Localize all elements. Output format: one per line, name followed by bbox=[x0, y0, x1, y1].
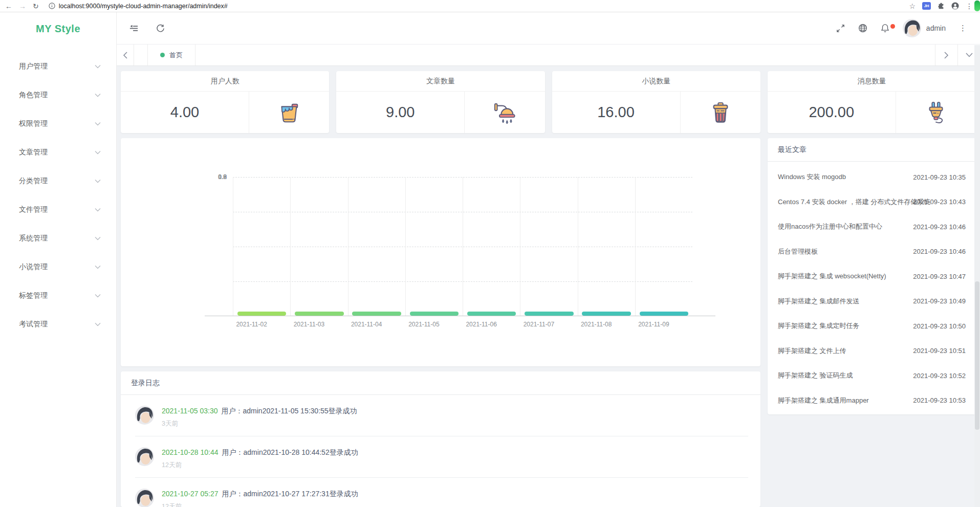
sidebar-item[interactable]: 权限管理 bbox=[0, 109, 116, 138]
tab-home[interactable]: 首页 bbox=[147, 45, 195, 65]
sidebar-item[interactable]: 文章管理 bbox=[0, 138, 116, 167]
log-message: 用户：admin2021-11-05 15:30:55登录成功 bbox=[222, 407, 357, 415]
extensions-puzzle-icon[interactable] bbox=[938, 3, 945, 10]
log-relative-time: 12天前 bbox=[162, 461, 358, 470]
stat-card-articles: 文章数量 9.00 bbox=[336, 71, 545, 133]
sidebar-item[interactable]: 考试管理 bbox=[0, 310, 116, 339]
browser-menu-icon[interactable]: ⋮ bbox=[966, 3, 973, 10]
browser-reload-icon[interactable]: ↻ bbox=[33, 3, 39, 10]
sidebar-item[interactable]: 分类管理 bbox=[0, 167, 116, 195]
log-relative-time: 12天前 bbox=[162, 502, 358, 507]
article-date: 2021-09-23 10:53 bbox=[913, 396, 966, 404]
page-scrollbar-thumb[interactable] bbox=[975, 281, 979, 430]
article-row[interactable]: 脚手架搭建之 集成通用mapper 2021-09-23 10:53 bbox=[768, 388, 976, 413]
sidebar-item[interactable]: 用户管理 bbox=[0, 52, 116, 81]
sidebar-item-label: 分类管理 bbox=[19, 177, 48, 186]
article-row[interactable]: 脚手架搭建之 集成邮件发送 2021-09-23 10:49 bbox=[768, 289, 976, 314]
header-more-icon[interactable]: ⋮ bbox=[959, 24, 967, 33]
article-title: 使用nacos作为注册中心和配置中心 bbox=[778, 222, 882, 231]
article-row[interactable]: 脚手架搭建之 验证码生成 2021-09-23 10:52 bbox=[768, 363, 976, 388]
login-log-entry: 2021-11-05 03:30用户：admin2021-11-05 15:30… bbox=[135, 395, 748, 436]
article-row[interactable]: 使用nacos作为注册中心和配置中心 2021-09-23 10:46 bbox=[768, 214, 976, 239]
url-text: localhost:9000/mystyle-cloud-admin-manag… bbox=[59, 3, 228, 10]
article-title: Windows 安装 mogodb bbox=[778, 172, 846, 182]
chevron-down-icon bbox=[95, 122, 101, 126]
sidebar-item-label: 用户管理 bbox=[19, 62, 48, 71]
profile-icon[interactable] bbox=[951, 2, 959, 10]
chart-bar bbox=[352, 312, 401, 316]
tab-active-dot bbox=[160, 53, 165, 57]
extension-badge[interactable]: JH bbox=[922, 2, 931, 10]
x-tick: 2021-11-04 bbox=[338, 321, 395, 328]
log-message: 用户：admin2021-10-28 10:44:52登录成功 bbox=[222, 448, 358, 456]
collapse-sidebar-icon[interactable] bbox=[129, 24, 139, 33]
article-row[interactable]: Windows 安装 mogodb 2021-09-23 10:35 bbox=[768, 165, 976, 190]
sidebar-item[interactable]: 文件管理 bbox=[0, 195, 116, 224]
sidebar-item[interactable]: 系统管理 bbox=[0, 224, 116, 253]
x-tick: 2021-11-06 bbox=[453, 321, 510, 328]
browser-chrome: ← → ↻ localhost:9000/mystyle-cloud-admin… bbox=[0, 0, 980, 12]
sidebar-item[interactable]: 角色管理 bbox=[0, 81, 116, 109]
language-globe-icon[interactable] bbox=[858, 24, 867, 33]
article-date: 2021-09-23 10:52 bbox=[913, 372, 966, 380]
article-date: 2021-09-23 10:46 bbox=[913, 248, 966, 255]
chevron-down-icon bbox=[95, 64, 101, 69]
browser-chrome-actions: ☆ JH ⋮ bbox=[909, 2, 973, 10]
tabs-scroll-left-icon[interactable] bbox=[117, 45, 134, 65]
browser-forward-icon[interactable]: → bbox=[19, 3, 26, 10]
shower-icon bbox=[464, 92, 545, 133]
sidebar-item[interactable]: 小说管理 bbox=[0, 253, 116, 281]
chevron-down-icon bbox=[95, 208, 101, 212]
chevron-down-icon bbox=[95, 236, 101, 240]
username-label[interactable]: admin bbox=[926, 24, 946, 32]
chart-column: 2021-11-09 bbox=[635, 177, 692, 316]
log-avatar bbox=[135, 406, 154, 425]
chevron-down-icon bbox=[95, 93, 101, 97]
log-avatar bbox=[135, 489, 154, 507]
app-logo: MY Style bbox=[0, 12, 116, 45]
chart-bar bbox=[467, 312, 516, 316]
log-time: 2021-10-27 05:27 bbox=[162, 490, 219, 498]
recent-articles-panel: 最近文章 Windows 安装 mogodb 2021-09-23 10:35 bbox=[768, 138, 976, 414]
article-row[interactable]: 脚手架搭建之 集成 websocket(Netty) 2021-09-23 10… bbox=[768, 264, 976, 289]
sidebar-item[interactable]: 标签管理 bbox=[0, 281, 116, 310]
article-title: 脚手架搭建之 集成定时任务 bbox=[778, 321, 860, 330]
article-date: 2021-09-23 10:46 bbox=[913, 223, 966, 231]
article-title: 脚手架搭建之 验证码生成 bbox=[778, 371, 853, 380]
notification-dot bbox=[890, 24, 895, 29]
refresh-icon[interactable] bbox=[156, 24, 165, 33]
stat-card-messages: 消息数量 200.00 bbox=[768, 71, 976, 133]
login-log-entry: 2021-10-28 10:44用户：admin2021-10-28 10:44… bbox=[135, 436, 748, 478]
stat-card-novels: 小说数量 16.00 bbox=[552, 71, 760, 133]
screen: ← → ↻ localhost:9000/mystyle-cloud-admin… bbox=[0, 0, 980, 507]
sidebar-item-label: 考试管理 bbox=[19, 320, 48, 329]
chart-column: 2021-11-07 bbox=[520, 177, 577, 316]
sidebar-item-label: 角色管理 bbox=[19, 91, 48, 100]
article-row[interactable]: 脚手架搭建之 文件上传 2021-09-23 10:51 bbox=[768, 339, 976, 364]
recent-articles-title: 最近文章 bbox=[768, 138, 976, 162]
article-title: 脚手架搭建之 集成 websocket(Netty) bbox=[778, 272, 886, 281]
stat-card-value: 4.00 bbox=[121, 92, 249, 133]
article-row[interactable]: Centos 7.4 安装 docker ，搭建 分布式文件存储系统 2021-… bbox=[768, 190, 976, 215]
chevron-down-icon bbox=[95, 265, 101, 269]
bookmark-star-icon[interactable]: ☆ bbox=[909, 3, 916, 10]
log-avatar bbox=[135, 447, 154, 466]
chevron-down-icon bbox=[95, 294, 101, 298]
article-row[interactable]: 后台管理模板 2021-09-23 10:46 bbox=[768, 239, 976, 264]
article-row[interactable]: 脚手架搭建之 集成定时任务 2021-09-23 10:50 bbox=[768, 314, 976, 339]
x-tick: 2021-11-09 bbox=[625, 321, 682, 328]
browser-back-icon[interactable]: ← bbox=[5, 3, 12, 10]
x-tick: 2021-11-03 bbox=[280, 321, 337, 328]
article-date: 2021-09-23 10:47 bbox=[913, 273, 966, 280]
fullscreen-icon[interactable] bbox=[836, 24, 845, 33]
notification-bell-icon[interactable] bbox=[881, 24, 889, 33]
tabs-scroll-right-icon[interactable] bbox=[935, 45, 957, 65]
plug-icon bbox=[896, 92, 976, 133]
log-time: 2021-11-05 03:30 bbox=[162, 407, 218, 415]
sidebar: MY Style 用户管理 角色管理 bbox=[0, 12, 117, 507]
page-scrollbar[interactable] bbox=[974, 45, 980, 507]
user-avatar[interactable] bbox=[903, 19, 921, 37]
address-bar[interactable]: localhost:9000/mystyle-cloud-admin-manag… bbox=[49, 3, 903, 10]
scrollbar-thumb-green[interactable] bbox=[974, 1, 980, 11]
login-log-list: 2021-11-05 03:30用户：admin2021-11-05 15:30… bbox=[121, 395, 760, 507]
